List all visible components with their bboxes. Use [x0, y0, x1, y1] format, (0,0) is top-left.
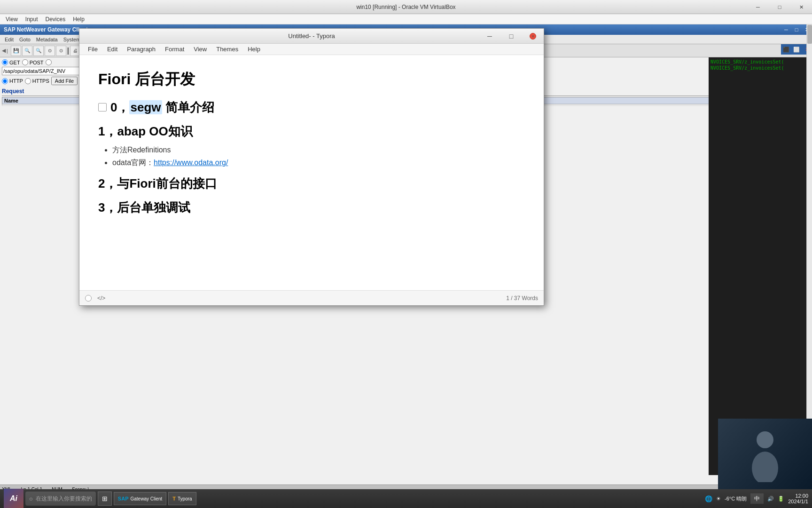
- speaker-icon: 🔊: [767, 496, 774, 502]
- radio-other[interactable]: [46, 59, 53, 65]
- typora-taskbar-icon: T: [172, 496, 176, 501]
- typora-maximize-button[interactable]: □: [500, 29, 522, 44]
- ime-indicator[interactable]: 中: [750, 493, 764, 504]
- sap-taskbar-icon: SAP: [118, 496, 129, 501]
- vbox-menu-devices[interactable]: Devices: [42, 15, 70, 24]
- typora-minimize-button[interactable]: ─: [479, 29, 500, 44]
- code-line-2: NVOICES_SRV/z_invoicesSet(: [710, 65, 810, 71]
- sap-menu-edit[interactable]: Edit: [2, 36, 16, 43]
- radio-post-label: POST: [30, 60, 44, 65]
- radio-http-label: HTTP: [9, 78, 23, 84]
- clock-time: 12:00: [788, 493, 808, 499]
- sap-menu-metadata[interactable]: Metadata: [33, 36, 61, 43]
- code-line-1: NVOICES_SRV/z_invoicesSet(: [710, 59, 810, 64]
- typora-close-button[interactable]: ✕: [522, 29, 544, 44]
- taskview-button[interactable]: ⊞: [98, 492, 112, 506]
- heading-0-rest: 简单介绍: [162, 100, 214, 114]
- heading-fiori: Fiori 后台开发: [98, 69, 525, 90]
- typora-status-left: </>: [85, 295, 105, 302]
- heading-segw: 0，segw 简单介绍: [110, 99, 214, 116]
- toolbar-spacer: |: [7, 48, 8, 54]
- radio-post[interactable]: POST: [22, 59, 44, 65]
- search-icon: ○: [29, 495, 33, 502]
- radio-https-label: HTTPS: [32, 78, 49, 84]
- ime-lang-text: 中: [754, 495, 760, 503]
- toolbar-circle1-btn[interactable]: ⊙: [45, 46, 55, 56]
- toolbar-back-btn[interactable]: ◀: [2, 48, 6, 54]
- typora-menu-file[interactable]: File: [83, 45, 102, 54]
- typora-titlebar: Untitled- - Typora ─ □ ✕: [79, 29, 544, 44]
- svg-point-1: [752, 452, 778, 482]
- typora-content-area[interactable]: Fiori 后台开发 0，segw 简单介绍 1，abap OO知识 方法Red…: [79, 55, 544, 290]
- toolbar-circle2-btn[interactable]: ⊙: [56, 46, 66, 56]
- sap-minimize-btn[interactable]: ─: [781, 24, 791, 35]
- code-mode-indicator[interactable]: </>: [97, 295, 105, 302]
- toolbar-save-btn[interactable]: 💾: [11, 46, 21, 56]
- status-circle-icon[interactable]: [85, 295, 92, 302]
- sap-code-panel: NVOICES_SRV/z_invoicesSet( NVOICES_SRV/z…: [709, 57, 812, 475]
- toolbar-search2-btn[interactable]: 🔍: [33, 46, 44, 56]
- radio-https[interactable]: HTTPS: [25, 78, 49, 84]
- vbox-maximize-button[interactable]: □: [769, 0, 790, 14]
- checkbox-section0[interactable]: [98, 103, 107, 111]
- taskbar: Ai ○ ⊞ SAP Gateway Client T Typora: [0, 489, 812, 508]
- odata-link[interactable]: https://www.odata.org/: [154, 159, 228, 167]
- webcam-person-display: [718, 419, 812, 489]
- vbox-minimize-button[interactable]: ─: [747, 0, 769, 14]
- ai-logo-button[interactable]: Ai: [4, 489, 23, 508]
- vbox-menu-input[interactable]: Input: [22, 15, 42, 24]
- typora-menu-themes[interactable]: Themes: [211, 45, 243, 54]
- radio-get[interactable]: GET: [2, 59, 20, 65]
- heading-debug: 3，后台单独调试: [98, 199, 525, 216]
- vbox-menu-view[interactable]: View: [2, 15, 22, 24]
- vbox-close-button[interactable]: ✕: [790, 0, 812, 14]
- typora-menu-view[interactable]: View: [189, 45, 211, 54]
- scrollbar-thumb[interactable]: [807, 25, 812, 44]
- radio-http[interactable]: HTTP: [2, 78, 23, 84]
- person-silhouette: [746, 426, 784, 482]
- taskbar-search-input[interactable]: [36, 495, 92, 502]
- webcam-overlay: [718, 419, 812, 489]
- heading-fiori-interface: 2，与Fiori前台的接口: [98, 175, 525, 192]
- taskbar-left: Ai ○ ⊞ SAP Gateway Client T Typora: [4, 489, 196, 508]
- heading-abap: 1，abap OO知识: [98, 123, 525, 140]
- taskbar-clock: 12:00 2024/1/1: [788, 493, 808, 504]
- win-restore-btn[interactable]: ⬜: [791, 44, 802, 55]
- typora-menu-edit[interactable]: Edit: [102, 45, 122, 54]
- vbox-menu-help[interactable]: Help: [69, 15, 88, 24]
- taskbar-right: 🌐 ☀ -6°C 晴朗 中 🔊 🔋 12:00 2024/1/1: [705, 493, 808, 504]
- vbox-window-controls: ─ □ ✕: [747, 0, 812, 14]
- section-0-heading: 0，segw 简单介绍: [98, 99, 525, 116]
- toolbar-search1-btn[interactable]: 🔍: [22, 46, 32, 56]
- vbox-menubar: View Input Devices Help: [0, 14, 812, 24]
- clock-date: 2024/1/1: [788, 499, 808, 504]
- taskbar-search-bar[interactable]: ○: [25, 492, 96, 506]
- typora-menu-format[interactable]: Format: [160, 45, 189, 54]
- sap-taskbar-label: Gateway Client: [130, 496, 162, 501]
- vbox-titlebar: win10 [Running] - Oracle VM VirtualBox ─…: [0, 0, 812, 14]
- segw-highlight-text: segw: [129, 100, 162, 114]
- sap-taskbar-item[interactable]: SAP Gateway Client: [114, 492, 166, 505]
- weather-temp: -6°C 晴朗: [725, 495, 747, 502]
- sap-maximize-btn[interactable]: □: [791, 24, 802, 35]
- network-icon: 🌐: [705, 495, 712, 502]
- win-tile-btn[interactable]: ⬛: [781, 44, 791, 55]
- sap-menu-goto[interactable]: Goto: [16, 36, 33, 43]
- list-item-redefinitions: 方法Redefinitions: [112, 145, 525, 155]
- list-item-odata: odata官网：https://www.odata.org/: [112, 158, 525, 168]
- sap-app-title: SAP NetWeaver Gateway Client: [4, 26, 88, 33]
- typora-taskbar-item[interactable]: T Typora: [168, 492, 196, 505]
- svg-point-0: [757, 431, 773, 448]
- typora-window: Untitled- - Typora ─ □ ✕ File Edit Parag…: [79, 28, 544, 306]
- add-file-button[interactable]: Add File: [51, 77, 78, 85]
- typora-title-text: Untitled- - Typora: [288, 32, 335, 40]
- typora-menu-paragraph[interactable]: Paragraph: [122, 45, 160, 54]
- toolbar-separator: |: [67, 47, 69, 55]
- typora-menubar: File Edit Paragraph Format View Themes H…: [79, 44, 544, 55]
- typora-window-controls: ─ □ ✕: [479, 29, 544, 44]
- vbox-title-text: win10 [Running] - Oracle VM VirtualBox: [356, 4, 455, 10]
- battery-icon: 🔋: [778, 496, 784, 502]
- close-circle-icon: ✕: [530, 33, 536, 40]
- radio-get-label: GET: [9, 60, 20, 65]
- typora-menu-help[interactable]: Help: [243, 45, 265, 54]
